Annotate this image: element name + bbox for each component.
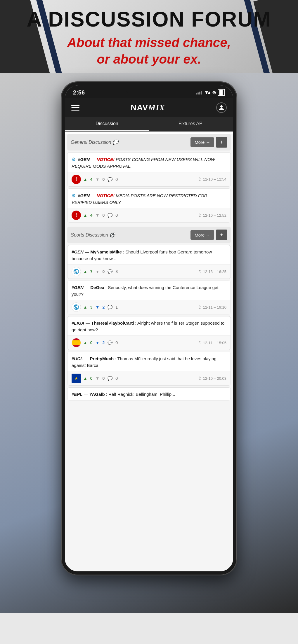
comment-icon: 💬 [108, 376, 112, 381]
post-sports-3-footer: ▲ 0 ▼ 2 💬 0 ⏱ 12-11 – 15:05 [67, 335, 231, 350]
post-gen-notice-2-footer: ! ▲ 4 ▼ 0 💬 0 ⏱ 12-10 – 12:52 [67, 208, 231, 222]
upvote-icon: ▲ [83, 340, 87, 345]
comment-icon: 💬 [108, 177, 112, 182]
post-sports-2: #GEN — DeGea : Seriously, what does winn… [67, 281, 231, 314]
upvote-count: 7 [90, 269, 93, 274]
post-avatar [72, 302, 81, 312]
downvote-count: 0 [103, 213, 105, 218]
user-profile-button[interactable] [216, 102, 227, 113]
upvote-count: 0 [90, 340, 93, 345]
post-time: ⏱ 12-10 – 12:52 [198, 213, 226, 218]
post-stats: ▲ 4 ▼ 0 💬 0 [83, 177, 196, 182]
comment-count: 0 [115, 376, 118, 381]
phone-screen: 2:56 ▾▴ ⊛ █ [65, 85, 233, 571]
upvote-icon: ▲ [83, 213, 87, 218]
post-stats: ▲ 0 ▼ 2 💬 0 [83, 340, 196, 345]
downvote-icon: ▼ [96, 340, 100, 345]
post-gen-notice-1-body[interactable]: ⚙ #GEN — NOTICE! POSTS COMING FROM NEW U… [67, 153, 231, 172]
comment-icon: 💬 [108, 269, 112, 274]
comment-count: 0 [115, 177, 118, 182]
post-sports-3: #LIGA — TheRealPlayboiCarti : Alright wh… [67, 316, 231, 350]
downvote-icon: ▼ [96, 177, 100, 182]
comment-icon: 💬 [108, 305, 112, 309]
banner-title: A DISCUSSION FORUM [12, 9, 286, 30]
app-content: General Discussion 💬 More → + ⚙ #GEN — N… [65, 134, 233, 571]
downvote-icon: ▼ [96, 305, 100, 309]
post-stats: ▲ 4 ▼ 0 💬 0 [83, 213, 196, 218]
signal-icon [196, 91, 202, 94]
downvote-count: 0 [103, 376, 105, 381]
downvote-count: 0 [103, 269, 105, 274]
gear-icon: ⚙ [72, 192, 76, 199]
post-sports-5-body[interactable]: #EPL — YAGalb : Ralf Ragnick: Bellingham… [67, 388, 231, 400]
phone-notch [126, 85, 172, 94]
banner-subtitle: About that missed chance, or about your … [12, 34, 286, 67]
sports-discussion-header: Sports Discussion ⚽ More → + [67, 227, 231, 243]
downvote-icon: ▼ [96, 269, 100, 274]
post-sports-3-body[interactable]: #LIGA — TheRealPlayboiCarti : Alright wh… [67, 316, 231, 335]
post-time: ⏱ 12-13 – 16:25 [198, 270, 226, 274]
upvote-count: 3 [90, 305, 93, 309]
post-sports-5: #EPL — YAGalb : Ralf Ragnick: Bellingham… [67, 387, 231, 400]
general-discussion-plus-button[interactable]: + [216, 137, 227, 148]
post-gen-notice-2: ⚙ #GEN — NOTICE! MEDIA POSTS ARE NOW RES… [67, 188, 231, 223]
upvote-icon: ▲ [83, 376, 87, 381]
post-sports-4-footer: ★ ▲ 0 ▼ 0 💬 0 ⏱ 12-10 – 20:03 [67, 371, 231, 385]
comment-count: 3 [115, 269, 118, 274]
post-gen-notice-1: ⚙ #GEN — NOTICE! POSTS COMING FROM NEW U… [67, 152, 231, 187]
post-sports-2-body[interactable]: #GEN — DeGea : Seriously, what does winn… [67, 281, 231, 300]
post-sports-1-footer: ▲ 7 ▼ 0 💬 3 ⏱ 12-13 – 16:25 [67, 264, 231, 279]
comment-count: 0 [115, 213, 118, 218]
post-sports-1-body[interactable]: #GEN — MyNameIsMike : Should Liverpool f… [67, 245, 231, 264]
upvote-count: 4 [90, 177, 93, 182]
phone-frame: 2:56 ▾▴ ⊛ █ [61, 82, 237, 575]
comment-count: 1 [115, 305, 118, 309]
user-icon [219, 105, 224, 111]
post-avatar-eu-flag: ★ [72, 374, 81, 383]
post-sports-2-footer: ▲ 3 ▼ 2 💬 1 ⏱ 12-11 – 19:10 [67, 300, 231, 314]
downvote-count: 2 [103, 305, 105, 309]
upvote-count: 0 [90, 376, 93, 381]
post-sports-4: #UCL — PrettyMuch : Thomas Müller really… [67, 352, 231, 386]
globe-icon [73, 268, 79, 275]
post-avatar [72, 267, 81, 276]
post-sports-4-body[interactable]: #UCL — PrettyMuch : Thomas Müller really… [67, 352, 231, 371]
status-icons: ▾▴ ⊛ █ [196, 89, 225, 96]
sports-discussion-more-button[interactable]: More → [190, 230, 214, 240]
post-time: ⏱ 12-11 – 15:05 [198, 341, 226, 345]
upvote-count: 4 [90, 213, 93, 218]
comment-icon: 💬 [108, 340, 112, 345]
nav-bar: NAVMIX [65, 98, 233, 117]
general-discussion-header: General Discussion 💬 More → + [67, 134, 231, 150]
post-avatar [72, 338, 81, 347]
tab-discussion[interactable]: Discussion [65, 117, 149, 131]
status-time: 2:56 [73, 89, 85, 96]
sports-discussion-plus-button[interactable]: + [216, 230, 227, 240]
post-time: ⏱ 12-10 – 20:03 [198, 376, 226, 381]
post-gen-notice-2-body[interactable]: ⚙ #GEN — NOTICE! MEDIA POSTS ARE NOW RES… [67, 189, 231, 208]
post-gen-notice-1-footer: ! ▲ 4 ▼ 0 💬 0 ⏱ 12-10 – 12:54 [67, 172, 231, 186]
post-stats: ▲ 0 ▼ 0 💬 0 [83, 376, 196, 381]
downvote-icon: ▼ [96, 213, 100, 218]
sports-discussion-title: Sports Discussion ⚽ [71, 232, 190, 238]
globe-icon [73, 304, 79, 310]
menu-button[interactable] [71, 105, 79, 111]
post-avatar: ! [72, 211, 81, 220]
phone-background: 2:56 ▾▴ ⊛ █ [0, 73, 298, 613]
wifi-icon: ⊛ [212, 90, 216, 95]
downvote-count: 2 [103, 340, 105, 345]
post-avatar: ! [72, 175, 81, 184]
post-time: ⏱ 12-10 – 12:54 [198, 177, 226, 181]
post-sports-1: #GEN — MyNameIsMike : Should Liverpool f… [67, 245, 231, 279]
flag-spain-icon [72, 338, 81, 347]
upvote-icon: ▲ [83, 269, 87, 274]
tab-fixtures-api[interactable]: Fixtures API [149, 117, 233, 131]
comment-count: 0 [115, 340, 118, 345]
app-logo: NAVMIX [131, 103, 165, 112]
upvote-icon: ▲ [83, 305, 87, 309]
post-time: ⏱ 12-11 – 19:10 [198, 305, 226, 309]
general-discussion-title: General Discussion 💬 [71, 139, 190, 145]
wifi-icon: ▾▴ [205, 89, 210, 96]
general-discussion-more-button[interactable]: More → [190, 137, 214, 147]
downvote-icon: ▼ [96, 376, 100, 381]
